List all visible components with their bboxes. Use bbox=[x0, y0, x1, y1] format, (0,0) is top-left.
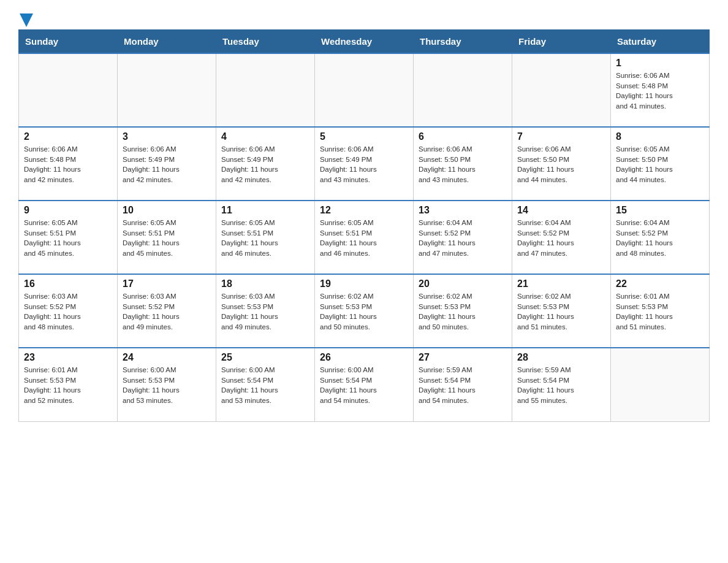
logo-arrow-icon bbox=[20, 13, 33, 27]
logo bbox=[18, 12, 33, 23]
day-info: Sunrise: 6:02 AM Sunset: 5:53 PM Dayligh… bbox=[320, 291, 408, 332]
calendar-cell bbox=[611, 348, 710, 421]
calendar-cell: 8Sunrise: 6:05 AM Sunset: 5:50 PM Daylig… bbox=[611, 127, 710, 201]
calendar-cell: 28Sunrise: 5:59 AM Sunset: 5:54 PM Dayli… bbox=[512, 348, 611, 421]
day-number: 16 bbox=[24, 278, 112, 289]
calendar-cell: 4Sunrise: 6:06 AM Sunset: 5:49 PM Daylig… bbox=[216, 127, 315, 201]
day-info: Sunrise: 6:01 AM Sunset: 5:53 PM Dayligh… bbox=[24, 365, 112, 406]
calendar-cell: 16Sunrise: 6:03 AM Sunset: 5:52 PM Dayli… bbox=[19, 274, 118, 348]
calendar-cell bbox=[512, 53, 611, 127]
calendar-cell: 17Sunrise: 6:03 AM Sunset: 5:52 PM Dayli… bbox=[118, 274, 216, 348]
calendar-cell: 11Sunrise: 6:05 AM Sunset: 5:51 PM Dayli… bbox=[216, 201, 315, 274]
calendar-cell: 25Sunrise: 6:00 AM Sunset: 5:54 PM Dayli… bbox=[216, 348, 315, 421]
calendar-cell: 21Sunrise: 6:02 AM Sunset: 5:53 PM Dayli… bbox=[512, 274, 611, 348]
day-number: 8 bbox=[616, 131, 704, 142]
calendar-cell: 18Sunrise: 6:03 AM Sunset: 5:53 PM Dayli… bbox=[216, 274, 315, 348]
calendar-cell bbox=[19, 53, 118, 127]
calendar-cell: 3Sunrise: 6:06 AM Sunset: 5:49 PM Daylig… bbox=[118, 127, 216, 201]
calendar-week-2: 2Sunrise: 6:06 AM Sunset: 5:48 PM Daylig… bbox=[19, 127, 710, 201]
day-number: 22 bbox=[616, 278, 704, 289]
calendar-week-5: 23Sunrise: 6:01 AM Sunset: 5:53 PM Dayli… bbox=[19, 348, 710, 421]
day-number: 14 bbox=[517, 205, 605, 216]
day-info: Sunrise: 5:59 AM Sunset: 5:54 PM Dayligh… bbox=[517, 365, 605, 406]
calendar-cell: 6Sunrise: 6:06 AM Sunset: 5:50 PM Daylig… bbox=[414, 127, 512, 201]
day-info: Sunrise: 6:01 AM Sunset: 5:53 PM Dayligh… bbox=[616, 291, 704, 332]
day-info: Sunrise: 6:06 AM Sunset: 5:49 PM Dayligh… bbox=[320, 144, 408, 185]
day-info: Sunrise: 6:00 AM Sunset: 5:53 PM Dayligh… bbox=[123, 365, 211, 406]
day-number: 27 bbox=[419, 352, 507, 363]
day-number: 26 bbox=[320, 352, 408, 363]
day-info: Sunrise: 6:04 AM Sunset: 5:52 PM Dayligh… bbox=[517, 218, 605, 259]
day-info: Sunrise: 6:02 AM Sunset: 5:53 PM Dayligh… bbox=[517, 291, 605, 332]
day-number: 5 bbox=[320, 131, 408, 142]
day-info: Sunrise: 6:03 AM Sunset: 5:52 PM Dayligh… bbox=[123, 291, 211, 332]
calendar-cell: 27Sunrise: 5:59 AM Sunset: 5:54 PM Dayli… bbox=[414, 348, 512, 421]
calendar-cell: 7Sunrise: 6:06 AM Sunset: 5:50 PM Daylig… bbox=[512, 127, 611, 201]
calendar-cell: 24Sunrise: 6:00 AM Sunset: 5:53 PM Dayli… bbox=[118, 348, 216, 421]
day-info: Sunrise: 6:03 AM Sunset: 5:53 PM Dayligh… bbox=[221, 291, 309, 332]
calendar-cell: 2Sunrise: 6:06 AM Sunset: 5:48 PM Daylig… bbox=[19, 127, 118, 201]
day-number: 25 bbox=[221, 352, 309, 363]
calendar-cell: 22Sunrise: 6:01 AM Sunset: 5:53 PM Dayli… bbox=[611, 274, 710, 348]
calendar-cell: 13Sunrise: 6:04 AM Sunset: 5:52 PM Dayli… bbox=[414, 201, 512, 274]
day-info: Sunrise: 6:06 AM Sunset: 5:49 PM Dayligh… bbox=[221, 144, 309, 185]
day-number: 24 bbox=[123, 352, 211, 363]
calendar-cell bbox=[118, 53, 216, 127]
day-number: 1 bbox=[616, 58, 704, 69]
day-number: 17 bbox=[123, 278, 211, 289]
header-monday: Monday bbox=[118, 30, 216, 54]
calendar-header-row: SundayMondayTuesdayWednesdayThursdayFrid… bbox=[19, 30, 710, 54]
day-info: Sunrise: 6:06 AM Sunset: 5:49 PM Dayligh… bbox=[123, 144, 211, 185]
calendar-table: SundayMondayTuesdayWednesdayThursdayFrid… bbox=[18, 29, 710, 422]
day-info: Sunrise: 6:06 AM Sunset: 5:50 PM Dayligh… bbox=[419, 144, 507, 185]
day-number: 9 bbox=[24, 205, 112, 216]
calendar-cell: 12Sunrise: 6:05 AM Sunset: 5:51 PM Dayli… bbox=[315, 201, 414, 274]
day-number: 6 bbox=[419, 131, 507, 142]
header-tuesday: Tuesday bbox=[216, 30, 315, 54]
calendar-cell: 15Sunrise: 6:04 AM Sunset: 5:52 PM Dayli… bbox=[611, 201, 710, 274]
day-number: 4 bbox=[221, 131, 309, 142]
day-info: Sunrise: 6:00 AM Sunset: 5:54 PM Dayligh… bbox=[320, 365, 408, 406]
day-number: 11 bbox=[221, 205, 309, 216]
calendar-week-1: 1Sunrise: 6:06 AM Sunset: 5:48 PM Daylig… bbox=[19, 53, 710, 127]
calendar-cell bbox=[414, 53, 512, 127]
calendar-body: 1Sunrise: 6:06 AM Sunset: 5:48 PM Daylig… bbox=[19, 53, 710, 421]
calendar-cell: 20Sunrise: 6:02 AM Sunset: 5:53 PM Dayli… bbox=[414, 274, 512, 348]
calendar-cell: 1Sunrise: 6:06 AM Sunset: 5:48 PM Daylig… bbox=[611, 53, 710, 127]
header-wednesday: Wednesday bbox=[315, 30, 414, 54]
day-number: 19 bbox=[320, 278, 408, 289]
day-info: Sunrise: 6:05 AM Sunset: 5:51 PM Dayligh… bbox=[320, 218, 408, 259]
day-info: Sunrise: 6:02 AM Sunset: 5:53 PM Dayligh… bbox=[419, 291, 507, 332]
svg-marker-0 bbox=[20, 13, 33, 27]
calendar-week-3: 9Sunrise: 6:05 AM Sunset: 5:51 PM Daylig… bbox=[19, 201, 710, 274]
calendar-cell: 19Sunrise: 6:02 AM Sunset: 5:53 PM Dayli… bbox=[315, 274, 414, 348]
day-info: Sunrise: 6:06 AM Sunset: 5:48 PM Dayligh… bbox=[24, 144, 112, 185]
day-info: Sunrise: 6:00 AM Sunset: 5:54 PM Dayligh… bbox=[221, 365, 309, 406]
day-number: 20 bbox=[419, 278, 507, 289]
day-number: 15 bbox=[616, 205, 704, 216]
day-info: Sunrise: 6:05 AM Sunset: 5:51 PM Dayligh… bbox=[24, 218, 112, 259]
page-header bbox=[18, 12, 710, 23]
calendar-cell: 9Sunrise: 6:05 AM Sunset: 5:51 PM Daylig… bbox=[19, 201, 118, 274]
calendar-cell: 10Sunrise: 6:05 AM Sunset: 5:51 PM Dayli… bbox=[118, 201, 216, 274]
day-info: Sunrise: 6:03 AM Sunset: 5:52 PM Dayligh… bbox=[24, 291, 112, 332]
day-info: Sunrise: 6:06 AM Sunset: 5:48 PM Dayligh… bbox=[616, 71, 704, 112]
day-info: Sunrise: 6:05 AM Sunset: 5:51 PM Dayligh… bbox=[221, 218, 309, 259]
day-number: 28 bbox=[517, 352, 605, 363]
day-number: 3 bbox=[123, 131, 211, 142]
day-number: 2 bbox=[24, 131, 112, 142]
day-number: 23 bbox=[24, 352, 112, 363]
calendar-cell: 26Sunrise: 6:00 AM Sunset: 5:54 PM Dayli… bbox=[315, 348, 414, 421]
calendar-cell: 14Sunrise: 6:04 AM Sunset: 5:52 PM Dayli… bbox=[512, 201, 611, 274]
calendar-header: SundayMondayTuesdayWednesdayThursdayFrid… bbox=[19, 30, 710, 54]
day-number: 7 bbox=[517, 131, 605, 142]
calendar-cell bbox=[315, 53, 414, 127]
day-number: 12 bbox=[320, 205, 408, 216]
header-sunday: Sunday bbox=[19, 30, 118, 54]
day-info: Sunrise: 6:05 AM Sunset: 5:51 PM Dayligh… bbox=[123, 218, 211, 259]
header-thursday: Thursday bbox=[414, 30, 512, 54]
calendar-cell bbox=[216, 53, 315, 127]
header-saturday: Saturday bbox=[611, 30, 710, 54]
day-number: 13 bbox=[419, 205, 507, 216]
day-info: Sunrise: 6:04 AM Sunset: 5:52 PM Dayligh… bbox=[419, 218, 507, 259]
